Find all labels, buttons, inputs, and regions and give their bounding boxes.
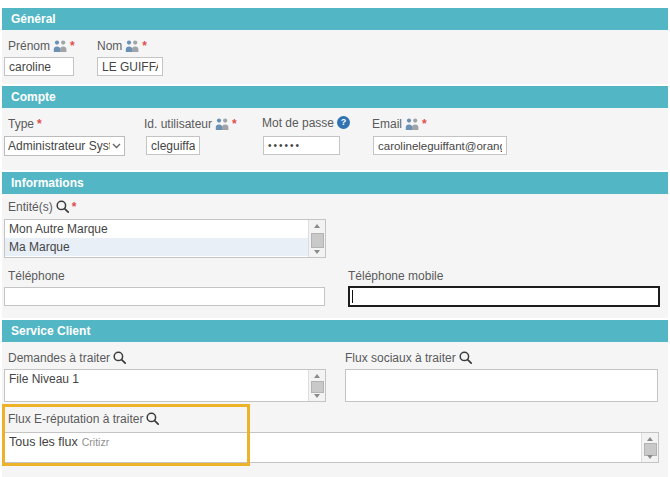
help-icon[interactable]: ? xyxy=(337,116,350,129)
scroll-down-icon[interactable] xyxy=(642,452,658,461)
scroll-down-icon[interactable] xyxy=(309,247,325,256)
flux-ereputation-listbox[interactable]: Tous les flux Critizr xyxy=(4,432,659,463)
section-header-general: Général xyxy=(2,8,668,30)
mot-de-passe-label-row: Mot de passe ? xyxy=(262,115,350,130)
id-utilisateur-label-row: Id. utilisateur * xyxy=(144,116,237,131)
scroll-up-icon[interactable] xyxy=(642,434,658,443)
telephone-mobile-label: Téléphone mobile xyxy=(348,268,443,283)
list-item-sub-text: Critizr xyxy=(82,433,109,452)
entites-label: Entité(s) xyxy=(8,200,53,214)
required-asterisk: * xyxy=(70,39,75,53)
users-icon xyxy=(405,118,419,130)
users-icon xyxy=(125,40,139,52)
id-utilisateur-label: Id. utilisateur xyxy=(144,117,212,131)
scroll-up-icon[interactable] xyxy=(309,371,325,380)
demandes-label: Demandes à traiter xyxy=(8,351,110,365)
scroll-up-icon[interactable] xyxy=(309,221,325,230)
required-asterisk: * xyxy=(422,117,427,131)
flux-ereputation-label-row: Flux E-réputation à traiter xyxy=(8,411,159,426)
scroll-down-icon[interactable] xyxy=(309,391,325,400)
email-label: Email xyxy=(372,117,402,131)
nom-input[interactable] xyxy=(97,57,163,76)
list-item-selected[interactable]: Ma Marque xyxy=(5,238,325,256)
telephone-input[interactable] xyxy=(4,287,325,306)
mot-de-passe-input[interactable] xyxy=(263,136,340,155)
email-input[interactable] xyxy=(373,136,507,155)
prenom-input[interactable] xyxy=(4,57,74,76)
list-item[interactable]: File Niveau 1 xyxy=(5,370,325,388)
search-icon[interactable] xyxy=(146,412,159,425)
text-caret xyxy=(352,290,353,303)
mot-de-passe-label: Mot de passe xyxy=(262,116,334,130)
section-header-compte: Compte xyxy=(2,86,668,108)
scrollbar[interactable] xyxy=(308,370,325,401)
nom-label-row: Nom * xyxy=(97,38,147,53)
list-item[interactable]: Mon Autre Marque xyxy=(5,220,325,238)
scrollbar[interactable] xyxy=(641,433,658,462)
demandes-label-row: Demandes à traiter xyxy=(8,350,126,365)
chevron-down-icon xyxy=(112,143,121,149)
scrollbar-thumb[interactable] xyxy=(311,233,324,248)
users-icon xyxy=(53,40,67,52)
telephone-mobile-input[interactable] xyxy=(348,286,660,307)
flux-sociaux-label: Flux sociaux à traiter xyxy=(345,351,456,365)
type-select[interactable]: Administrateur Systè xyxy=(4,136,125,156)
search-icon[interactable] xyxy=(459,351,472,364)
users-icon xyxy=(215,118,229,130)
prenom-label-row: Prénom * xyxy=(8,38,75,53)
list-item[interactable]: Tous les flux Critizr xyxy=(5,433,658,452)
section-header-service-client: Service Client xyxy=(2,320,668,342)
required-asterisk: * xyxy=(142,39,147,53)
entites-label-row: Entité(s) * xyxy=(8,199,76,214)
required-asterisk: * xyxy=(232,117,237,131)
nom-label: Nom xyxy=(97,39,122,53)
email-label-row: Email * xyxy=(372,116,427,131)
flux-sociaux-listbox[interactable] xyxy=(345,369,658,402)
required-asterisk: * xyxy=(37,117,42,131)
search-icon[interactable] xyxy=(113,351,126,364)
prenom-label: Prénom xyxy=(8,39,50,53)
required-asterisk: * xyxy=(72,200,77,214)
entites-listbox[interactable]: Mon Autre Marque Ma Marque xyxy=(4,219,326,258)
type-label: Type xyxy=(8,117,34,131)
type-select-value: Administrateur Systè xyxy=(8,139,110,153)
section-header-informations: Informations xyxy=(2,172,668,194)
flux-sociaux-label-row: Flux sociaux à traiter xyxy=(345,350,472,365)
flux-ereputation-label: Flux E-réputation à traiter xyxy=(8,412,143,426)
demandes-listbox[interactable]: File Niveau 1 xyxy=(4,369,326,402)
scrollbar[interactable] xyxy=(308,220,325,257)
id-utilisateur-input[interactable] xyxy=(146,136,200,155)
telephone-label: Téléphone xyxy=(8,268,65,283)
search-icon[interactable] xyxy=(56,200,69,213)
list-item-main-text: Tous les flux xyxy=(5,433,78,452)
type-label-row: Type * xyxy=(8,116,42,131)
user-profile-form: Général Prénom * Nom * Compte xyxy=(0,0,670,477)
